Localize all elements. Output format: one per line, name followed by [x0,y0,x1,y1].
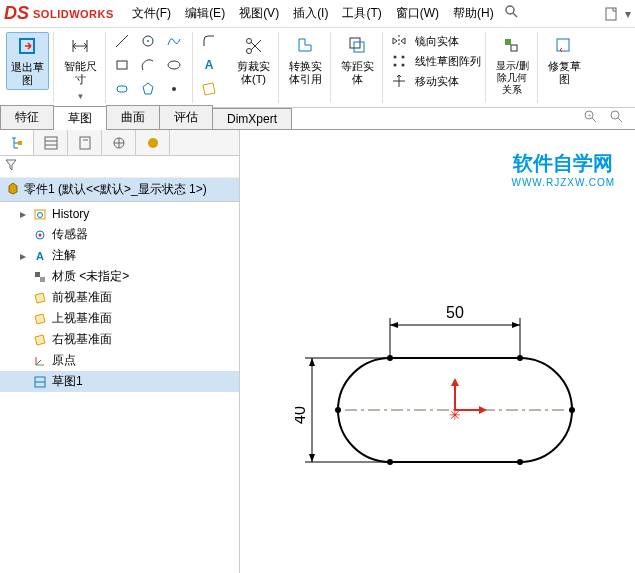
svg-rect-46 [40,277,45,282]
svg-point-11 [172,87,176,91]
svg-text:+: + [588,112,592,118]
offset-entities-button[interactable]: 等距实 体 [337,32,378,88]
zoom-fit-icon[interactable]: + [581,107,601,127]
panel-tabs [0,130,239,156]
menu-help[interactable]: 帮助(H) [447,2,500,25]
plane-icon [32,332,48,348]
tree-item-origin[interactable]: 原点 [0,350,239,371]
tree-item-sensors[interactable]: 传感器 [0,224,239,245]
search-icon[interactable] [502,2,522,22]
tab-evaluate[interactable]: 评估 [159,105,213,129]
tab-sketch[interactable]: 草图 [53,106,107,130]
menu-edit[interactable]: 编辑(E) [179,2,231,25]
graphics-area[interactable]: 软件自学网 WWW.RJZXW.COM [240,130,635,573]
dimension-icon [69,34,93,58]
svg-point-44 [39,233,42,236]
ellipse-icon[interactable] [164,56,184,74]
svg-line-15 [251,40,261,50]
filter-icon[interactable] [4,158,18,175]
repair-group: 修复草 图 [540,32,589,103]
polygon-icon[interactable] [138,80,158,98]
svg-point-21 [394,64,397,67]
svg-marker-10 [143,83,153,94]
repair-sketch-button[interactable]: 修复草 图 [544,32,585,88]
line-icon[interactable] [112,32,132,50]
mirror-icon[interactable] [389,32,409,50]
svg-text:✳: ✳ [449,407,461,423]
zoom-area-icon[interactable] [607,107,627,127]
menu-tools[interactable]: 工具(T) [336,2,387,25]
display-relations-button[interactable]: 显示/删 除几何 关系 [492,32,533,98]
part-icon [6,181,20,198]
tree-item-annotations[interactable]: ▸ A 注解 [0,245,239,266]
svg-rect-23 [505,39,511,45]
smart-dim-group: 智能尺 寸 ▼ [56,32,106,103]
config-manager-tab[interactable] [68,130,102,155]
arc-icon[interactable] [138,56,158,74]
trim-button[interactable]: 剪裁实 体(T) [233,32,274,88]
property-manager-tab[interactable] [34,130,68,155]
convert-entities-button[interactable]: 转换实 体引用 [285,32,326,88]
history-icon [32,206,48,222]
svg-rect-7 [117,61,127,69]
exit-sketch-button[interactable]: 退出草 图 [6,32,49,90]
menu-window[interactable]: 窗口(W) [390,2,445,25]
menu-insert[interactable]: 插入(I) [287,2,334,25]
tree-root[interactable]: 零件1 (默认<<默认>_显示状态 1>) [0,178,239,202]
point-icon[interactable] [164,80,184,98]
svg-rect-32 [45,137,57,149]
svg-point-0 [506,6,514,14]
tree-item-front-plane[interactable]: 前视基准面 [0,287,239,308]
watermark-url: WWW.RJZXW.COM [511,177,615,188]
menu-file[interactable]: 文件(F) [126,2,177,25]
dimxpert-tab[interactable] [102,130,136,155]
repair-icon [552,34,576,58]
sketch-view: ✳ 50 40 [295,250,615,500]
smart-dimension-button[interactable]: 智能尺 寸 [60,32,101,88]
tab-surfaces[interactable]: 曲面 [106,105,160,129]
text-icon[interactable]: A [199,56,219,74]
dropdown-icon[interactable]: ▼ [71,90,91,103]
menubar: DS SOLIDWORKS 文件(F) 编辑(E) 视图(V) 插入(I) 工具… [0,0,635,28]
linear-pattern-icon[interactable] [389,52,409,70]
svg-point-8 [168,61,180,69]
expand-icon[interactable]: ▸ [18,207,28,221]
relations-icon [500,34,524,58]
spline-icon[interactable] [164,32,184,50]
exit-sketch-icon [16,35,40,59]
linear-pattern-label[interactable]: 线性草图阵列 [415,54,481,69]
svg-point-12 [246,39,251,44]
convert-icon [294,34,318,58]
tree-item-history[interactable]: ▸ History [0,204,239,224]
tab-features[interactable]: 特征 [0,105,54,129]
solidworks-logo: DS SOLIDWORKS [4,3,114,24]
sketch-point [335,407,341,413]
feature-manager-panel: 零件1 (默认<<默认>_显示状态 1>) ▸ History 传感器 ▸ A … [0,130,240,573]
svg-marker-55 [479,406,487,414]
menu-view[interactable]: 视图(V) [233,2,285,25]
fillet-icon[interactable] [199,32,219,50]
rectangle-icon[interactable] [112,56,132,74]
svg-line-27 [592,118,596,122]
mirror-label[interactable]: 镜向实体 [415,34,459,49]
expand-icon[interactable]: ▸ [18,249,28,263]
plane-icon[interactable] [199,80,219,98]
watermark: 软件自学网 WWW.RJZXW.COM [511,150,615,188]
slot-icon[interactable] [112,80,132,98]
watermark-title: 软件自学网 [511,150,615,177]
tree-item-top-plane[interactable]: 上视基准面 [0,308,239,329]
tab-dimxpert[interactable]: DimXpert [212,108,292,129]
move-label[interactable]: 移动实体 [415,74,459,89]
new-doc-icon[interactable] [601,4,621,24]
tree-item-sketch1[interactable]: 草图1 [0,371,239,392]
feature-tree-tab[interactable] [0,130,34,155]
plane-icon [32,311,48,327]
dimension-width[interactable]: 50 [390,304,520,358]
trim-group: 剪裁实 体(T) [229,32,279,103]
display-manager-tab[interactable] [136,130,170,155]
move-icon[interactable] [389,72,409,90]
circle-icon[interactable] [138,32,158,50]
tree-item-material[interactable]: 材质 <未指定> [0,266,239,287]
dropdown-arrow-icon[interactable]: ▾ [625,7,631,21]
tree-item-right-plane[interactable]: 右视基准面 [0,329,239,350]
